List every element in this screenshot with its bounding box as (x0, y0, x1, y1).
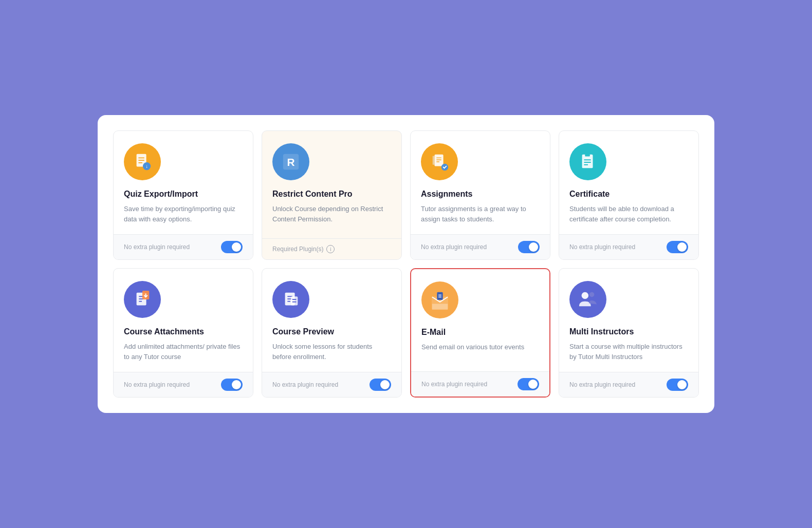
card-assignments: Assignments Tutor assignments is a great… (410, 130, 550, 260)
footer-label-course-attachments: No extra plugin required (124, 381, 190, 388)
card-email: E-Mail Send email on various tutor event… (410, 268, 550, 398)
svg-text:R: R (287, 156, 294, 168)
card-body-course-attachments: Course Attachments Add unlimited attachm… (114, 269, 253, 372)
required-label-restrict-content-pro: Required Plugin(s) i (272, 245, 335, 253)
card-desc-multi-instructors: Start a course with multiple instructors… (569, 342, 688, 362)
toggle-certificate[interactable] (667, 241, 688, 253)
svg-rect-31 (291, 296, 298, 305)
svg-rect-12 (433, 156, 435, 165)
main-container: ↓ Quiz Export/Import Save time by export… (98, 115, 714, 413)
footer-label-multi-instructors: No extra plugin required (569, 381, 635, 388)
toggle-multi-instructors[interactable] (667, 379, 688, 391)
card-title-course-attachments: Course Attachments (124, 327, 243, 336)
footer-label-course-preview: No extra plugin required (272, 381, 338, 388)
svg-rect-14 (582, 155, 593, 168)
card-desc-certificate: Students will be able to download a cert… (569, 204, 688, 224)
card-desc-email: Send email on various tutor events (421, 342, 539, 352)
icon-quiz-export-import: ↓ (124, 143, 161, 180)
icon-restrict-content-pro: R (272, 143, 309, 180)
footer-label-certificate: No extra plugin required (569, 243, 635, 251)
footer-label-email: No extra plugin required (421, 381, 487, 388)
card-title-assignments: Assignments (421, 190, 540, 199)
card-title-multi-instructors: Multi Instructors (569, 327, 688, 336)
card-desc-quiz-export-import: Save time by exporting/importing quiz da… (124, 204, 243, 224)
card-body-assignments: Assignments Tutor assignments is a great… (411, 131, 550, 234)
card-course-attachments: Course Attachments Add unlimited attachm… (113, 268, 253, 398)
svg-point-39 (582, 292, 588, 299)
toggle-course-attachments[interactable] (221, 379, 243, 391)
card-footer-restrict-content-pro: Required Plugin(s) i (262, 238, 401, 259)
icon-email (421, 281, 458, 318)
svg-text:↓: ↓ (145, 163, 148, 169)
toggle-course-preview[interactable] (370, 379, 391, 391)
card-footer-email: No extra plugin required (411, 371, 549, 397)
card-title-restrict-content-pro: Restrict Content Pro (272, 190, 391, 199)
card-desc-course-attachments: Add unlimited attachments/ private files… (124, 342, 243, 362)
toggle-email[interactable] (518, 378, 539, 390)
svg-rect-8 (435, 155, 444, 166)
svg-rect-34 (437, 292, 442, 300)
card-desc-course-preview: Unlock some lessons for students before … (272, 342, 391, 362)
card-title-course-preview: Course Preview (272, 327, 391, 336)
toggle-assignments[interactable] (518, 241, 540, 253)
icon-course-attachments (124, 281, 161, 318)
card-body-certificate: Certificate Students will be able to dow… (559, 131, 698, 234)
card-title-certificate: Certificate (569, 190, 688, 199)
svg-point-38 (589, 292, 595, 297)
card-footer-quiz-export-import: No extra plugin required (114, 234, 253, 259)
card-course-preview: Course Preview Unlock some lessons for s… (262, 268, 402, 398)
addon-grid: ↓ Quiz Export/Import Save time by export… (113, 130, 699, 398)
card-certificate: Certificate Students will be able to dow… (559, 130, 699, 260)
card-footer-course-attachments: No extra plugin required (114, 372, 253, 397)
card-body-email: E-Mail Send email on various tutor event… (411, 269, 549, 371)
icon-multi-instructors (569, 281, 606, 318)
card-body-restrict-content-pro: R Restrict Content Pro Unlock Course dep… (262, 131, 401, 238)
card-desc-assignments: Tutor assignments is a great way to assi… (421, 204, 540, 224)
card-title-quiz-export-import: Quiz Export/Import (124, 190, 243, 199)
card-footer-certificate: No extra plugin required (559, 234, 698, 259)
svg-rect-15 (585, 154, 590, 157)
card-title-email: E-Mail (421, 328, 539, 337)
card-body-multi-instructors: Multi Instructors Start a course with mu… (559, 269, 698, 372)
card-quiz-export-import: ↓ Quiz Export/Import Save time by export… (113, 130, 253, 260)
card-body-course-preview: Course Preview Unlock some lessons for s… (262, 269, 401, 372)
icon-certificate (569, 143, 606, 180)
toggle-quiz-export-import[interactable] (221, 241, 243, 253)
card-footer-multi-instructors: No extra plugin required (559, 372, 698, 397)
info-icon-restrict-content-pro: i (326, 245, 335, 253)
card-body-quiz-export-import: ↓ Quiz Export/Import Save time by export… (114, 131, 253, 234)
card-footer-course-preview: No extra plugin required (262, 372, 401, 397)
icon-course-preview (272, 281, 309, 318)
card-footer-assignments: No extra plugin required (411, 234, 550, 259)
footer-label-assignments: No extra plugin required (421, 243, 487, 251)
card-desc-restrict-content-pro: Unlock Course depending on Restrict Cont… (272, 204, 391, 224)
card-multi-instructors: Multi Instructors Start a course with mu… (559, 268, 699, 398)
card-restrict-content-pro: R Restrict Content Pro Unlock Course dep… (262, 130, 402, 260)
footer-label-quiz-export-import: No extra plugin required (124, 243, 190, 251)
icon-assignments (421, 143, 458, 180)
